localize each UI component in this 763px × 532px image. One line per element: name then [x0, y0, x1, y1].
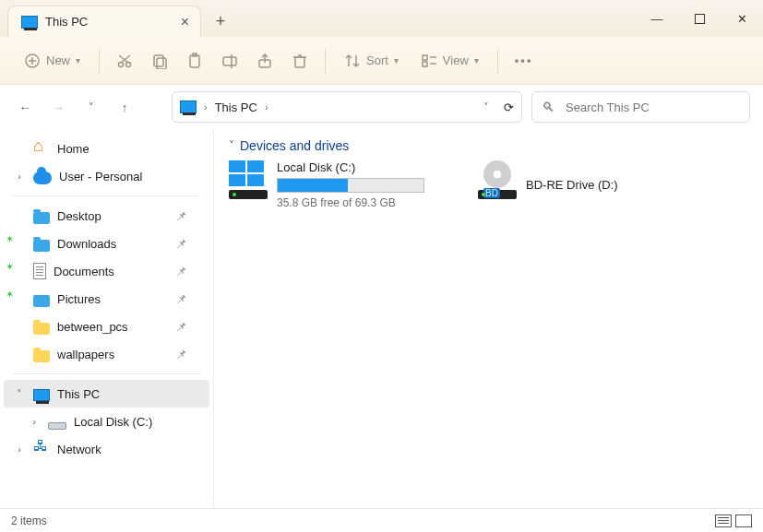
sidebar-label: between_pcs [57, 320, 128, 334]
paste-button[interactable] [179, 47, 210, 75]
sidebar-label: Downloads [57, 237, 116, 251]
drive-bdre[interactable]: BD BD-RE Drive (D:) [478, 160, 662, 209]
chevron-right-icon: › [265, 101, 268, 112]
folder-icon [33, 323, 50, 335]
pin-icon[interactable]: 📌︎ [175, 237, 187, 251]
sidebar-item-pictures[interactable]: ✶ Pictures 📌︎ [0, 285, 213, 313]
square-icon [695, 14, 705, 24]
pin-icon[interactable]: 📌︎ [175, 265, 187, 278]
sidebar-item-downloads[interactable]: ✶ Downloads 📌︎ [0, 230, 213, 257]
pin-icon[interactable]: 📌︎ [175, 209, 187, 223]
sidebar-label: wallpapers [57, 348, 114, 361]
address-bar[interactable]: › This PC › ˅ ⟳ [172, 91, 522, 123]
sort-icon [344, 53, 361, 69]
desktop-icon [33, 212, 50, 224]
folder-icon [33, 350, 50, 362]
tab-close-button[interactable]: × [181, 14, 189, 30]
copy-button[interactable] [144, 47, 175, 75]
svg-rect-18 [423, 62, 427, 66]
svg-rect-9 [190, 55, 199, 67]
sync-icon: ✶ [6, 261, 14, 273]
documents-icon [33, 263, 46, 279]
sidebar-divider [13, 195, 200, 196]
rename-icon [221, 53, 238, 69]
share-icon [256, 53, 273, 69]
svg-rect-7 [154, 55, 163, 66]
expand-icon[interactable]: › [13, 171, 26, 182]
title-bar: This PC × + — ✕ [0, 0, 763, 37]
window-controls: — ✕ [636, 0, 763, 37]
sidebar-item-folder[interactable]: between_pcs 📌︎ [0, 313, 213, 340]
sort-button[interactable]: Sort ▾ [335, 47, 408, 75]
details-view-button[interactable] [715, 514, 732, 527]
maximize-button[interactable] [678, 0, 721, 37]
drive-name: BD-RE Drive (D:) [526, 178, 662, 192]
recent-locations-button[interactable]: ˅ [79, 95, 103, 119]
chevron-down-icon: ▾ [394, 55, 399, 65]
pin-icon[interactable]: 📌︎ [175, 348, 187, 361]
drive-local-disk[interactable]: Local Disk (C:) 35.8 GB free of 69.3 GB [229, 160, 441, 209]
sidebar-label: Home [57, 142, 89, 156]
sidebar-item-local-disk[interactable]: › Local Disk (C:) [0, 408, 213, 435]
up-button[interactable]: ↑ [113, 95, 137, 119]
group-title: Devices and drives [240, 138, 349, 153]
sidebar-item-this-pc[interactable]: ˅ This PC [4, 380, 209, 408]
view-icon [421, 53, 437, 69]
new-button[interactable]: New ▾ [15, 47, 89, 75]
group-header-devices[interactable]: ˅ Devices and drives [229, 138, 748, 153]
tiles-view-button[interactable] [735, 514, 752, 527]
rename-button[interactable] [214, 47, 245, 75]
pictures-icon [33, 295, 50, 307]
view-button[interactable]: View ▾ [411, 47, 488, 75]
address-history-button[interactable]: ˅ [483, 101, 489, 113]
more-button[interactable]: ••• [507, 48, 541, 73]
svg-rect-11 [223, 57, 236, 65]
share-button[interactable] [249, 47, 280, 75]
svg-rect-14 [295, 57, 304, 67]
view-label: View [443, 53, 469, 67]
tab-this-pc[interactable]: This PC × [7, 6, 201, 37]
sidebar-item-onedrive[interactable]: › User - Personal [0, 162, 213, 190]
back-button[interactable]: ← [13, 95, 37, 119]
sidebar-label: Pictures [57, 292, 101, 306]
navigation-pane: Home › User - Personal Desktop 📌︎ ✶ Down… [0, 129, 214, 508]
address-location[interactable]: This PC [215, 100, 257, 114]
trash-icon [292, 53, 308, 69]
paste-icon [186, 53, 203, 69]
item-count: 2 items [11, 514, 47, 527]
toolbar-separator [497, 49, 498, 73]
cut-button[interactable] [109, 47, 140, 75]
search-box[interactable]: 🔍︎ [531, 91, 750, 123]
drive-usage-bar [277, 178, 424, 193]
chevron-down-icon: ▾ [76, 55, 80, 65]
collapse-icon[interactable]: ˅ [13, 388, 26, 400]
close-window-button[interactable]: ✕ [721, 0, 763, 37]
svg-point-4 [126, 62, 131, 66]
sidebar-item-home[interactable]: Home [0, 135, 213, 162]
content-pane[interactable]: ˅ Devices and drives Local Disk (C:) 35.… [214, 129, 763, 508]
toolbar-separator [99, 49, 100, 73]
sidebar-item-network[interactable]: › Network [0, 435, 213, 463]
expand-icon[interactable]: › [13, 443, 26, 455]
chevron-right-icon: › [204, 101, 208, 112]
pin-icon[interactable]: 📌︎ [175, 292, 187, 306]
sidebar-item-documents[interactable]: ✶ Documents 📌︎ [0, 257, 213, 285]
command-toolbar: New ▾ Sort ▾ View ▾ ••• [0, 37, 763, 85]
optical-drive-icon: BD [478, 160, 517, 199]
sidebar-label: Network [57, 443, 101, 456]
sidebar-item-desktop[interactable]: Desktop 📌︎ [0, 202, 213, 230]
new-tab-button[interactable]: + [207, 7, 234, 35]
forward-button[interactable]: → [46, 95, 70, 119]
sidebar-label: Local Disk (C:) [74, 415, 152, 429]
pin-icon[interactable]: 📌︎ [175, 320, 187, 334]
search-input[interactable] [564, 100, 740, 115]
delete-button[interactable] [284, 47, 316, 75]
expand-icon[interactable]: › [28, 416, 41, 427]
this-pc-icon [33, 389, 50, 401]
view-switch [715, 514, 752, 527]
sidebar-item-folder[interactable]: wallpapers 📌︎ [0, 340, 213, 368]
minimize-button[interactable]: — [636, 0, 678, 37]
refresh-button[interactable]: ⟳ [504, 100, 514, 114]
this-pc-icon [180, 100, 197, 113]
cloud-icon [33, 171, 52, 184]
